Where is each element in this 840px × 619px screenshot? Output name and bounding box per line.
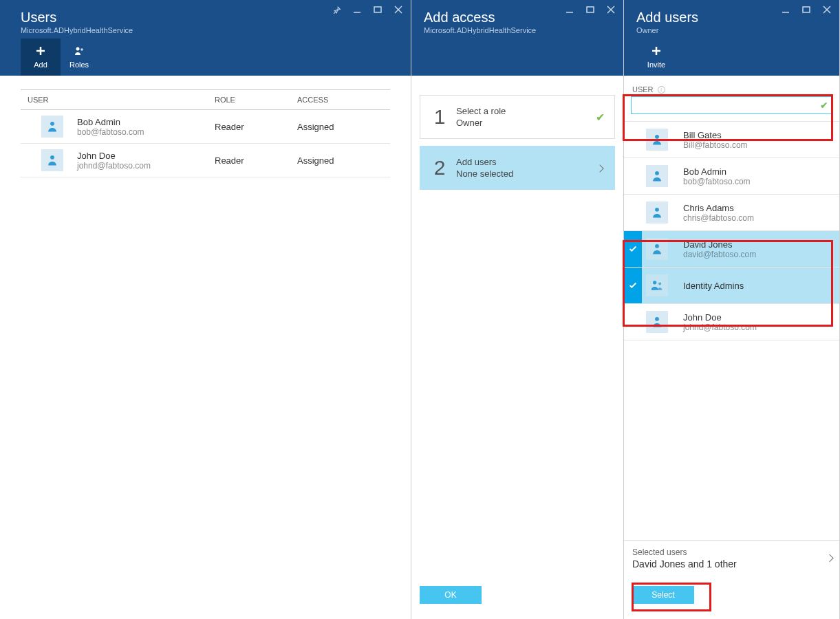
user-name: Bob Admin [77, 117, 144, 127]
check-icon: ✔ [820, 100, 828, 111]
plus-icon [651, 45, 662, 58]
selected-users-value: David Jones and 1 other [632, 558, 831, 569]
user-name: Bob Admin [683, 166, 751, 177]
add-button[interactable]: Add [21, 39, 61, 76]
selection-check [624, 122, 642, 158]
user-name: David Jones [683, 239, 756, 250]
users-title: Users [21, 10, 398, 25]
select-button[interactable]: Select [632, 586, 694, 604]
step2-number: 2 [429, 156, 451, 180]
svg-point-6 [76, 47, 80, 51]
ok-button[interactable]: OK [420, 586, 482, 604]
user-email: johnd@fabtoso.com [77, 161, 151, 171]
step2-title: Add users [456, 157, 594, 167]
check-icon: ✔ [596, 111, 605, 124]
chevron-right-icon [597, 163, 603, 173]
user-name: Bill Gates [683, 130, 748, 140]
add-users-header: Add users Owner Invite [624, 0, 839, 76]
svg-point-9 [50, 155, 54, 160]
user-name: Chris Adams [683, 203, 754, 213]
roles-button-label: Roles [69, 61, 89, 69]
avatar [646, 311, 668, 333]
user-list-item[interactable]: Bob Adminbob@fabtoso.com [624, 158, 839, 195]
table-row[interactable]: Bob Adminbob@fabtoso.comReaderAssigned [21, 110, 390, 144]
user-list-item[interactable]: John Doejohnd@fabtoso.com [624, 304, 839, 340]
avatar [646, 129, 668, 151]
svg-point-22 [655, 208, 659, 212]
add-users-title: Add users [636, 10, 827, 25]
add-users-blade: Add users Owner Invite USER i ✔ Bill Gat… [624, 0, 840, 619]
user-list: Bill GatesBill@fabtoso.comBob Adminbob@f… [624, 121, 839, 540]
user-field-label: USER i [631, 85, 832, 94]
col-role: ROLE [215, 96, 297, 104]
chevron-right-icon [827, 553, 832, 563]
user-email: Bill@fabtoso.com [683, 140, 748, 150]
avatar [41, 149, 63, 171]
step1-number: 1 [429, 105, 451, 129]
user-list-item[interactable]: Chris Adamschris@fabtoso.com [624, 195, 839, 231]
add-access-blade: Add access Microsoft.ADHybridHealthServi… [411, 0, 624, 619]
user-role: Reader [215, 155, 297, 166]
user-email: johnd@fabtoso.com [683, 323, 757, 332]
users-blade: Users Microsoft.ADHybridHealthService Ad… [0, 0, 411, 619]
user-name: John Doe [77, 151, 151, 161]
selection-check [624, 195, 642, 230]
svg-point-26 [655, 317, 659, 321]
add-access-header: Add access Microsoft.ADHybridHealthServi… [411, 0, 623, 76]
svg-point-25 [658, 283, 661, 285]
table-row[interactable]: John Doejohnd@fabtoso.comReaderAssigned [21, 144, 390, 177]
user-list-item[interactable]: Identity Admins [624, 268, 839, 304]
user-list-item[interactable]: David Jonesdavid@fabtoso.com [624, 231, 839, 268]
selected-users-label: Selected users [632, 547, 831, 557]
add-button-label: Add [34, 61, 47, 69]
selected-users-summary[interactable]: Selected users David Jones and 1 other [624, 540, 839, 575]
user-access: Assigned [297, 122, 390, 132]
roles-icon [74, 45, 85, 58]
user-list-item[interactable]: Bill GatesBill@fabtoso.com [624, 122, 839, 158]
avatar [646, 202, 668, 224]
users-subtitle: Microsoft.ADHybridHealthService [21, 26, 398, 34]
selection-check [624, 268, 642, 303]
selection-check [624, 304, 642, 340]
col-access: ACCESS [297, 96, 390, 104]
users-table-header: USER ROLE ACCESS [21, 89, 390, 110]
user-search-input[interactable] [631, 96, 832, 114]
svg-point-7 [80, 48, 83, 51]
avatar [646, 274, 668, 296]
add-access-subtitle: Microsoft.ADHybridHealthService [424, 26, 611, 34]
user-email: chris@fabtoso.com [683, 213, 754, 223]
step-add-users[interactable]: 2 Add users None selected [420, 146, 615, 190]
invite-button-label: Invite [647, 61, 665, 69]
user-role: Reader [215, 122, 297, 132]
user-name: John Doe [683, 312, 757, 323]
col-user: USER [21, 96, 215, 104]
selection-check [624, 158, 642, 194]
user-email: bob@fabtoso.com [77, 127, 144, 137]
user-name: Identity Admins [683, 281, 744, 291]
svg-point-8 [50, 122, 54, 126]
roles-button[interactable]: Roles [61, 39, 98, 76]
user-email: bob@fabtoso.com [683, 177, 751, 186]
step1-value: Owner [456, 118, 594, 128]
avatar [646, 238, 668, 260]
user-email: david@fabtoso.com [683, 250, 756, 259]
plus-icon [35, 45, 46, 58]
selection-check [624, 231, 642, 267]
step1-title: Select a role [456, 106, 594, 116]
svg-point-24 [653, 281, 656, 284]
info-icon[interactable]: i [658, 86, 665, 94]
avatar [41, 116, 63, 138]
user-access: Assigned [297, 155, 390, 166]
avatar [646, 165, 668, 187]
step-select-role[interactable]: 1 Select a role Owner ✔ [420, 95, 615, 139]
invite-button[interactable]: Invite [636, 39, 676, 76]
step2-value: None selected [456, 169, 594, 179]
add-access-title: Add access [424, 10, 611, 25]
svg-point-21 [655, 171, 659, 175]
svg-point-23 [655, 244, 659, 248]
users-blade-header: Users Microsoft.ADHybridHealthService Ad… [0, 0, 411, 76]
add-users-subtitle: Owner [636, 26, 827, 34]
svg-point-20 [655, 135, 659, 139]
